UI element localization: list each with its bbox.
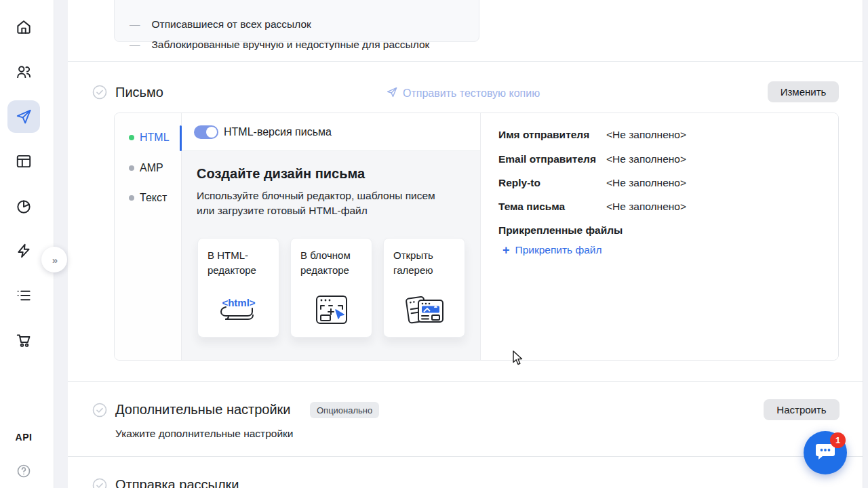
templates-icon <box>15 152 33 170</box>
sidebar-expand-button[interactable]: » <box>41 247 67 272</box>
block-editor-icon <box>291 293 372 327</box>
edit-letter-button[interactable]: Изменить <box>768 81 839 102</box>
send-test-icon <box>386 86 398 101</box>
settings-section-title: Дополнительные настройки <box>115 402 291 418</box>
dash-icon: — <box>130 18 140 30</box>
status-dot-icon <box>129 135 134 140</box>
store-icon <box>15 331 33 349</box>
sidebar-item-help[interactable] <box>7 455 40 487</box>
send-icon <box>15 108 33 125</box>
tab-html[interactable]: HTML <box>129 131 170 144</box>
design-heading: Создайте дизайн письма <box>197 166 365 182</box>
status-dot-icon <box>129 165 134 171</box>
list-item: — Заблокированные вручную и недоступные … <box>130 39 429 51</box>
sidebar-item-store[interactable] <box>7 324 40 357</box>
design-description: Используйте блочный редактор, шаблоны пи… <box>197 188 435 218</box>
tab-label: AMP <box>140 162 163 174</box>
svg-text:<html>: <html> <box>222 297 255 308</box>
section-divider <box>68 61 863 62</box>
automation-icon <box>15 242 33 260</box>
list-item-label: Отписавшиеся от всех рассылок <box>152 18 311 30</box>
sidebar-item-reports[interactable] <box>7 190 40 222</box>
reports-icon <box>15 197 33 215</box>
tab-amp[interactable]: AMP <box>129 162 163 174</box>
lists-icon <box>15 287 33 304</box>
html-editor-icon: <html> <box>198 295 279 327</box>
tab-label: Текст <box>140 192 167 204</box>
block-editor-card[interactable]: В блочном редакторе <box>290 238 372 338</box>
send-test-copy-link[interactable]: Отправить тестовую копию <box>386 86 540 101</box>
attach-file-label: Прикрепить файл <box>515 244 602 256</box>
html-editor-card[interactable]: В HTML- редакторе <html> <box>197 238 279 338</box>
home-icon <box>15 18 33 36</box>
letter-settings-panel: Имя отправителя <Не заполнено> Email отп… <box>481 113 838 360</box>
page-gutter <box>54 0 68 488</box>
sidebar-item-contacts[interactable] <box>7 56 40 88</box>
chat-unread-badge: 1 <box>830 432 846 448</box>
status-dot-icon <box>129 195 134 201</box>
send-test-label: Отправить тестовую копию <box>403 87 540 100</box>
settings-status-icon <box>92 403 107 420</box>
sidebar-item-automation[interactable] <box>7 235 40 267</box>
letter-section-title: Письмо <box>115 85 163 100</box>
letter-card: HTML AMP Текст HTML-версия письма Создай… <box>114 113 839 361</box>
plus-icon: + <box>502 245 510 256</box>
sidebar-item-home[interactable] <box>7 11 40 43</box>
toggle-knob <box>206 127 217 138</box>
gallery-icon <box>384 292 465 327</box>
sidebar-item-templates[interactable] <box>7 145 40 178</box>
html-version-label: HTML-версия письма <box>224 126 332 138</box>
help-icon <box>16 463 32 479</box>
letter-version-tabs: HTML AMP Текст <box>115 113 182 360</box>
list-item-label: Заблокированные вручную и недоступные дл… <box>152 39 430 51</box>
sending-section-title: Отправка рассылки <box>115 477 239 488</box>
section-divider <box>68 456 863 457</box>
contacts-icon <box>15 63 33 81</box>
sidebar-item-campaigns[interactable] <box>7 100 40 133</box>
configure-button[interactable]: Настроить <box>764 399 840 420</box>
sidebar: API <box>0 0 54 488</box>
html-version-toggle[interactable] <box>194 125 218 139</box>
letter-status-icon <box>92 85 107 102</box>
scrollbar[interactable] <box>863 0 868 488</box>
tab-text[interactable]: Текст <box>129 192 167 204</box>
settings-subtitle: Укажите дополнительные настройки <box>115 428 294 440</box>
sending-status-icon <box>92 478 107 488</box>
open-gallery-card[interactable]: Открыть галерею <box>383 238 465 338</box>
attach-file-link[interactable]: + Прикрепить файл <box>502 244 602 256</box>
section-divider <box>68 381 863 382</box>
sidebar-item-lists[interactable] <box>7 279 40 312</box>
dash-icon: — <box>130 39 140 51</box>
tab-label: HTML <box>140 131 170 144</box>
design-panel: Создайте дизайн письма Используйте блочн… <box>182 151 480 361</box>
audience-exclusion-box: — Отписавшиеся от всех рассылок — Заблок… <box>114 0 479 42</box>
optional-badge: Опционально <box>310 402 379 418</box>
list-item: — Отписавшиеся от всех рассылок <box>130 18 311 30</box>
sidebar-item-api[interactable]: API <box>0 432 47 443</box>
html-version-row: HTML-версия письма <box>182 113 480 151</box>
